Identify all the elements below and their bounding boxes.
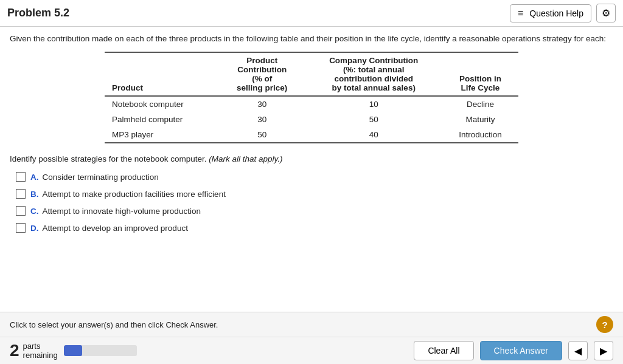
list-icon: ≡ <box>518 8 523 19</box>
col-product-contribution: ProductContribution(% ofselling price) <box>219 52 305 96</box>
list-item: B. Attempt to make production facilities… <box>16 189 613 199</box>
cell-position: Maturity <box>442 112 518 127</box>
prev-icon: ◀ <box>574 345 582 357</box>
cell-product-contribution: 30 <box>219 96 305 112</box>
cell-product: MP3 player <box>105 127 219 143</box>
cell-product-contribution: 50 <box>219 127 305 143</box>
progress-bar-fill <box>64 345 82 356</box>
cell-product: Notebook computer <box>105 96 219 112</box>
page-title: Problem 5.2 <box>7 7 69 19</box>
cell-company-contribution: 50 <box>305 112 442 127</box>
check-answer-button[interactable]: Check Answer <box>480 341 562 360</box>
option-d-text: Attempt to develop an improved product <box>43 224 188 233</box>
next-button[interactable]: ▶ <box>594 341 613 360</box>
table-row: Notebook computer 30 10 Decline <box>105 96 518 112</box>
option-d-letter: D. <box>30 224 39 233</box>
header-actions: ≡ Question Help ⚙ <box>510 4 616 22</box>
parts-number: 2 <box>10 342 19 359</box>
question-help-button[interactable]: ≡ Question Help <box>510 4 591 22</box>
option-c-text: Attempt to innovate high-volume producti… <box>43 207 201 216</box>
clear-all-button[interactable]: Clear All <box>414 341 473 360</box>
option-c-letter: C. <box>30 207 39 216</box>
cell-position: Decline <box>442 96 518 112</box>
gear-icon: ⚙ <box>602 8 610 18</box>
gear-button[interactable]: ⚙ <box>596 4 616 22</box>
cell-company-contribution: 40 <box>305 127 442 143</box>
cell-company-contribution: 10 <box>305 96 442 112</box>
option-a-text: Consider terminating production <box>43 173 159 182</box>
question-mark-all: (Mark all that apply.) <box>209 154 282 163</box>
option-a-checkbox[interactable] <box>16 172 26 182</box>
footer-status-text: Click to select your answer(s) and then … <box>10 320 596 329</box>
option-b-text: Attempt to make production facilities mo… <box>43 190 226 199</box>
table-row: MP3 player 50 40 Introduction <box>105 127 518 143</box>
option-b-letter: B. <box>30 190 39 199</box>
page-header: Problem 5.2 ≡ Question Help ⚙ <box>0 0 623 27</box>
data-table: Product ProductContribution(% ofselling … <box>105 52 518 143</box>
intro-text: Given the contribution made on each of t… <box>10 34 613 43</box>
cell-position: Introduction <box>442 127 518 143</box>
help-button[interactable]: ? <box>596 316 613 333</box>
progress-bar-container <box>64 345 137 356</box>
table-row: Palmheld computer 30 50 Maturity <box>105 112 518 127</box>
parts-label: parts remaining <box>23 342 58 360</box>
list-item: C. Attempt to innovate high-volume produ… <box>16 206 613 216</box>
col-company-contribution: Company Contribution(%: total annualcont… <box>305 52 442 96</box>
help-icon: ? <box>602 320 607 330</box>
question-main: Identify possible strategies for the not… <box>10 154 206 163</box>
footer: Click to select your answer(s) and then … <box>0 312 623 364</box>
option-d-checkbox[interactable] <box>16 223 26 233</box>
option-b-checkbox[interactable] <box>16 189 26 199</box>
question-text: Identify possible strategies for the not… <box>10 154 613 163</box>
cell-product-contribution: 30 <box>219 112 305 127</box>
option-a-letter: A. <box>30 173 39 182</box>
question-help-label: Question Help <box>529 9 583 18</box>
option-c-checkbox[interactable] <box>16 206 26 216</box>
col-position: Position inLife Cycle <box>442 52 518 96</box>
options-list: A. Consider terminating production B. At… <box>16 172 613 233</box>
col-product: Product <box>105 52 219 96</box>
main-content: Given the contribution made on each of t… <box>0 27 623 247</box>
prev-button[interactable]: ◀ <box>568 341 588 360</box>
footer-bottom: 2 parts remaining Clear All Check Answer… <box>0 337 623 364</box>
list-item: D. Attempt to develop an improved produc… <box>16 223 613 233</box>
list-item: A. Consider terminating production <box>16 172 613 182</box>
cell-product: Palmheld computer <box>105 112 219 127</box>
next-icon: ▶ <box>600 345 607 357</box>
footer-top: Click to select your answer(s) and then … <box>0 312 623 337</box>
